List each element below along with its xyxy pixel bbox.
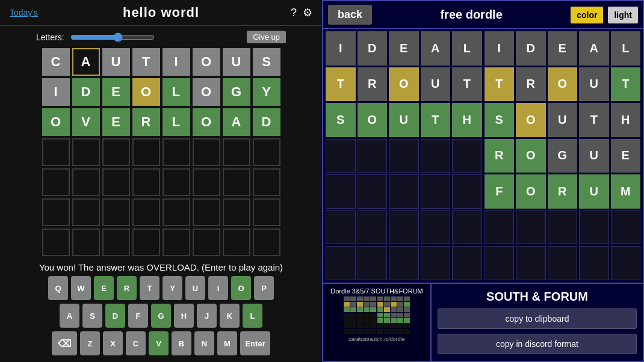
grid-cell: A <box>223 108 250 136</box>
dordle-cell-1: A <box>421 31 451 66</box>
dordle-cell-2 <box>485 246 515 280</box>
key-b[interactable]: B <box>172 331 191 355</box>
grid-cell: D <box>253 108 280 136</box>
key-a[interactable]: A <box>60 304 79 328</box>
keyboard-row: ASDFGHJKL <box>48 304 274 328</box>
copy-discord-button[interactable]: copy in discord format <box>438 334 637 354</box>
dordle-cell-2: R <box>516 67 546 102</box>
keyboard: QWERTYUIOPASDFGHJKL⌫ZXCVBNMEnter <box>48 276 274 355</box>
mini-cell <box>370 302 376 307</box>
free-dordle-title: free dordle <box>377 8 566 22</box>
mini-cell <box>384 324 390 328</box>
dordle-cell-1 <box>358 139 388 173</box>
key-n[interactable]: N <box>194 331 214 355</box>
dordle-cell-1: T <box>421 103 451 137</box>
grid-cell <box>72 138 100 166</box>
key-q[interactable]: Q <box>48 276 68 300</box>
dordle-cell-2: G <box>548 139 578 173</box>
key-⌫[interactable]: ⌫ <box>52 331 77 355</box>
answer-label: SOUTH & FORUM <box>438 290 637 304</box>
dordle-cell-1: D <box>358 31 388 66</box>
dordle-cell-1 <box>421 174 451 209</box>
key-j[interactable]: J <box>197 304 217 328</box>
mini-cell <box>404 324 410 328</box>
settings-icon[interactable]: ⚙ <box>303 6 312 19</box>
key-d[interactable]: D <box>105 304 125 328</box>
mini-cell <box>364 313 370 318</box>
grid-cell <box>42 198 70 226</box>
mini-cell <box>364 302 370 307</box>
back-button[interactable]: back <box>328 5 372 25</box>
mini-cell <box>364 329 370 334</box>
key-k[interactable]: K <box>220 304 240 328</box>
question-icon[interactable]: ? <box>291 7 297 19</box>
key-m[interactable]: M <box>217 331 237 355</box>
key-f[interactable]: F <box>128 304 148 328</box>
dordle-grid-1: IDEALTROUTSOUTH <box>326 31 482 280</box>
mini-cell <box>344 318 350 323</box>
mini-cell <box>397 329 403 334</box>
dordle-cell-2: O <box>516 103 546 137</box>
key-g[interactable]: G <box>151 304 171 328</box>
mini-cell <box>350 302 356 307</box>
grid-cell <box>102 198 130 226</box>
key-c[interactable]: C <box>126 331 146 355</box>
key-z[interactable]: Z <box>80 331 100 355</box>
slider-container <box>70 32 241 42</box>
key-i[interactable]: I <box>208 276 228 300</box>
dordle-cell-2: T <box>579 103 609 137</box>
dordle-cell-2: D <box>516 31 546 66</box>
dordle-grids: IDEALTROUTSOUTH IDEALTROUTSOUTHROGUEFORU… <box>323 29 643 283</box>
dordle-cell-2: O <box>516 174 546 209</box>
key-o[interactable]: O <box>231 276 251 300</box>
key-u[interactable]: U <box>185 276 205 300</box>
mini-cell <box>391 307 397 312</box>
mini-cell <box>357 296 363 301</box>
grid-cell <box>163 138 190 166</box>
dordle-cell-2 <box>611 210 641 245</box>
grid-cell <box>193 138 220 166</box>
dordle-cell-2 <box>548 210 578 245</box>
grid-cell: L <box>163 78 190 106</box>
mini-cell <box>370 307 376 312</box>
left-panel: Today's hello wordl ? ⚙ Letters: Give up… <box>0 0 322 362</box>
grid-cell <box>42 138 70 166</box>
key-h[interactable]: H <box>174 304 194 328</box>
key-l[interactable]: L <box>243 304 262 328</box>
letters-slider[interactable] <box>70 32 155 42</box>
light-button[interactable]: light <box>608 7 638 23</box>
key-enter[interactable]: Enter <box>240 331 270 355</box>
mini-cell <box>384 313 390 318</box>
dordle-cell-2: L <box>611 31 641 66</box>
grid-cell <box>223 198 250 226</box>
color-button[interactable]: color <box>571 7 603 23</box>
key-t[interactable]: T <box>140 276 159 300</box>
copy-clipboard-button[interactable]: copy to clipboard <box>438 308 637 329</box>
give-up-button[interactable]: Give up <box>247 31 286 43</box>
dordle-cell-1 <box>389 174 419 209</box>
key-s[interactable]: S <box>82 304 102 328</box>
key-x[interactable]: X <box>103 331 123 355</box>
grid-cell: C <box>42 48 70 76</box>
dordle-cell-1 <box>452 246 482 280</box>
grid-cell: U <box>223 48 250 76</box>
key-y[interactable]: Y <box>163 276 182 300</box>
grid-cell <box>163 168 190 196</box>
todays-link[interactable]: Today's <box>10 8 38 17</box>
grid-cell: O <box>132 78 160 106</box>
dordle-cell-1 <box>358 210 388 245</box>
key-v[interactable]: V <box>149 331 169 355</box>
mini-cell <box>370 318 376 323</box>
mini-cell <box>357 302 363 307</box>
grid-cell <box>163 198 190 226</box>
key-p[interactable]: P <box>254 276 274 300</box>
key-w[interactable]: W <box>71 276 91 300</box>
mini-cell <box>357 313 363 318</box>
mini-cell <box>350 329 356 334</box>
key-e[interactable]: E <box>94 276 114 300</box>
key-r[interactable]: R <box>117 276 137 300</box>
dordle-cell-1 <box>358 174 388 209</box>
mini-cell <box>397 302 403 307</box>
mini-cell <box>384 302 390 307</box>
mini-cell <box>404 329 410 334</box>
